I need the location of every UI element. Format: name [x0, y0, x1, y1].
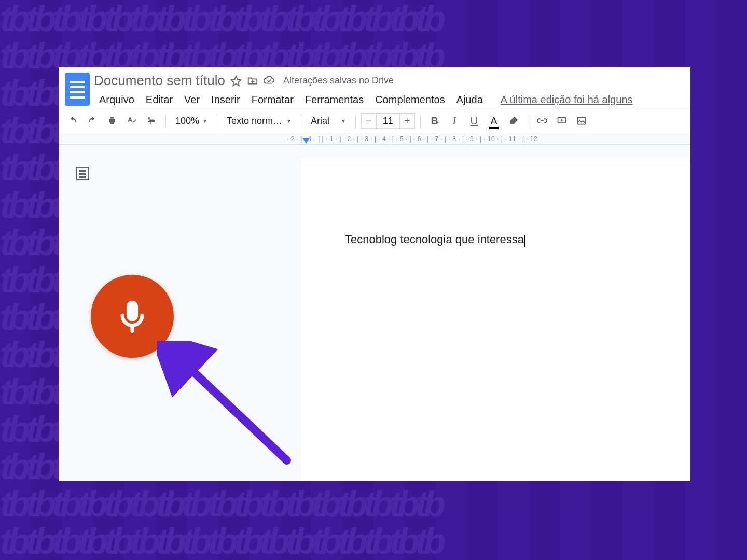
separator [528, 114, 528, 128]
star-icon[interactable] [230, 75, 242, 87]
highlight-color-button[interactable] [505, 112, 522, 130]
text-color-button[interactable]: A [485, 112, 503, 130]
document-outline-icon[interactable] [76, 167, 89, 180]
menu-edit[interactable]: Editar [141, 92, 178, 108]
menu-help[interactable]: Ajuda [451, 92, 488, 108]
caret-down-icon: ▼ [341, 118, 346, 124]
document-text[interactable]: Tecnoblog tecnologia que interessa [345, 233, 524, 246]
italic-button[interactable]: I [446, 112, 463, 130]
header-center: Documento sem título Alterações salvas n… [94, 73, 686, 108]
insert-link-button[interactable] [533, 112, 551, 130]
voice-typing-button[interactable] [91, 275, 174, 358]
menubar: Arquivo Editar Ver Inserir Formatar Ferr… [94, 92, 686, 108]
workspace: Tecnoblog tecnologia que interessa [59, 145, 690, 481]
spellcheck-button[interactable] [123, 112, 141, 130]
horizontal-ruler[interactable]: · 2 · | · 1 · | | · 1 · | · 2 · | · 3 · … [59, 133, 690, 145]
header: Documento sem título Alterações salvas n… [59, 67, 690, 108]
document-title[interactable]: Documento sem título [94, 73, 225, 89]
zoom-value: 100% [175, 116, 199, 127]
font-size-decrease[interactable]: − [361, 113, 377, 129]
menu-view[interactable]: Ver [179, 92, 205, 108]
ruler-marks: · 2 · | · 1 · | | · 1 · | · 2 · | · 3 · … [287, 135, 537, 143]
separator [165, 114, 166, 128]
separator [355, 114, 356, 128]
print-button[interactable] [103, 112, 121, 130]
menu-tools[interactable]: Ferramentas [300, 92, 369, 108]
underline-button[interactable]: U [465, 112, 483, 130]
text-cursor [524, 235, 525, 247]
paragraph-style-label: Texto norm… [227, 116, 282, 127]
separator [420, 114, 421, 128]
document-page[interactable]: Tecnoblog tecnologia que interessa [299, 160, 690, 481]
redo-button[interactable] [84, 112, 101, 130]
separator [217, 114, 217, 128]
separator [301, 114, 301, 128]
svg-line-2 [183, 362, 287, 460]
cloud-saved-icon[interactable] [264, 75, 275, 87]
zoom-select[interactable]: 100% ▼ [171, 116, 212, 127]
docs-logo-icon[interactable] [65, 73, 90, 106]
menu-insert[interactable]: Inserir [206, 92, 245, 108]
move-to-folder-icon[interactable] [247, 75, 258, 87]
font-family-label: Arial [311, 116, 329, 127]
undo-button[interactable] [64, 112, 81, 130]
title-row: Documento sem título Alterações salvas n… [94, 73, 686, 89]
annotation-arrow-icon [157, 341, 302, 481]
add-comment-button[interactable] [553, 112, 571, 130]
menu-addons[interactable]: Complementos [370, 92, 450, 108]
toolbar-container: 100% ▼ Texto norm… ▼ Arial ▼ − + B I U [59, 108, 690, 145]
insert-image-button[interactable] [573, 112, 590, 130]
font-size-control: − + [361, 113, 415, 129]
save-status: Alterações salvas no Drive [283, 75, 394, 86]
paragraph-style-select[interactable]: Texto norm… ▼ [223, 116, 296, 127]
menu-format[interactable]: Formatar [246, 92, 299, 108]
microphone-icon [113, 297, 152, 336]
paint-format-button[interactable] [143, 112, 160, 130]
last-edit-link[interactable]: A última edição foi há alguns [501, 94, 633, 106]
menu-file[interactable]: Arquivo [94, 92, 140, 108]
indent-marker-icon[interactable] [302, 138, 310, 144]
caret-down-icon: ▼ [286, 118, 292, 124]
font-family-select[interactable]: Arial ▼ [307, 116, 350, 127]
caret-down-icon: ▼ [202, 118, 208, 124]
google-docs-window: Documento sem título Alterações salvas n… [59, 67, 690, 481]
font-size-increase[interactable]: + [399, 113, 415, 129]
font-size-input[interactable] [377, 113, 399, 129]
bold-button[interactable]: B [426, 112, 444, 130]
toolbar: 100% ▼ Texto norm… ▼ Arial ▼ − + B I U [59, 108, 690, 133]
